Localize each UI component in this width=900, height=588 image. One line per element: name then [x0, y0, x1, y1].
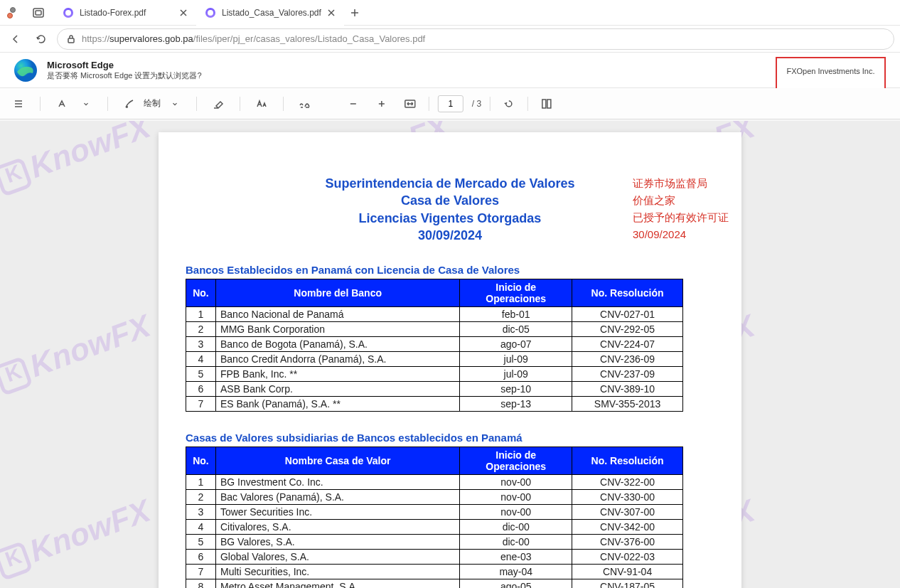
rotate-icon[interactable] [499, 94, 519, 114]
erase-icon[interactable] [208, 94, 228, 114]
cell-date: nov-00 [460, 505, 572, 520]
cell-name: FPB Bank, Inc. ** [215, 367, 459, 382]
page-view-icon[interactable] [537, 94, 557, 114]
table-casas-valores: No. Nombre Casa de Valor Inicio de Opera… [186, 447, 683, 588]
cell-date: dic-05 [460, 322, 572, 337]
contents-icon[interactable] [9, 94, 28, 114]
close-tab-icon[interactable] [179, 9, 188, 17]
cell-no: 7 [186, 397, 216, 412]
read-aloud-icon[interactable] [295, 94, 315, 114]
close-tab-icon[interactable] [327, 9, 336, 17]
tab-strip: Listado-Forex.pdf Listado_Casa_Valores.p… [54, 0, 365, 26]
cell-no: 1 [186, 307, 216, 322]
cell-name: Global Valores, S.A. [215, 550, 459, 565]
chevron-down-icon[interactable] [165, 94, 185, 114]
cell-date: ago-07 [460, 337, 572, 352]
cell-date: sep-10 [460, 382, 572, 397]
cell-no: 2 [186, 322, 216, 337]
col-res: No. Resolución [572, 447, 683, 475]
watermark: KnowFX [0, 308, 155, 397]
lock-icon [66, 34, 76, 44]
cell-date: jul-09 [460, 352, 572, 367]
svg-rect-6 [547, 100, 551, 108]
tab-listado-forex[interactable]: Listado-Forex.pdf [54, 0, 196, 26]
favicon-icon [63, 7, 74, 18]
col-date: Inicio de Operaciones [460, 279, 572, 307]
cell-no: 4 [186, 352, 216, 367]
title-bar: Listado-Forex.pdf Listado_Casa_Valores.p… [0, 0, 900, 26]
url-text: https://supervalores.gob.pa/files/iper/p… [82, 33, 425, 44]
svg-rect-0 [33, 9, 43, 17]
cell-name: Banco Nacional de Panamá [215, 307, 459, 322]
table-row: 5BG Valores, S.A.dic-00CNV-376-00 [186, 535, 683, 550]
cell-date: feb-01 [460, 307, 572, 322]
cell-date: sep-13 [460, 397, 572, 412]
cell-res: CNV-307-00 [572, 505, 683, 520]
cell-no: 6 [186, 382, 216, 397]
profile-icon[interactable] [6, 6, 20, 20]
svg-rect-1 [36, 11, 41, 15]
col-no: No. [186, 279, 216, 307]
cell-res: CNV-389-10 [572, 382, 683, 397]
pdf-viewport[interactable]: KnowFX KnowFX KnowFX KnowFX KnowFX KnowF… [0, 121, 900, 588]
tab-actions-icon[interactable] [33, 8, 44, 18]
prompt-title: Microsoft Edge [47, 60, 202, 70]
prompt-question: 是否要将 Microsoft Edge 设置为默认浏览器? [47, 70, 202, 81]
tab-listado-casa-valores[interactable]: Listado_Casa_Valores.pdf [196, 0, 344, 26]
table-row: 3Banco de Bogota (Panamá), S.A.ago-07CNV… [186, 337, 683, 352]
cell-res: CNV-292-05 [572, 322, 683, 337]
section2-title: Casas de Valores subsidiarias de Bancos … [186, 432, 727, 444]
section1-title: Bancos Establecidos en Panamá con Licenc… [186, 264, 727, 276]
table-row: 7ES Bank (Panamá), S.A. **sep-13SMV-355-… [186, 397, 683, 412]
cell-no: 5 [186, 535, 216, 550]
table-row: 1BG Investment Co. Inc.nov-00CNV-322-00 [186, 475, 683, 490]
prompt-text: Microsoft Edge 是否要将 Microsoft Edge 设置为默认… [47, 60, 202, 81]
table-row: 8Metro Asset Management, S.A.ago-05CNV-1… [186, 579, 683, 588]
fit-width-icon[interactable] [400, 94, 420, 114]
table-row: 4Citivalores, S.A.dic-00CNV-342-00 [186, 520, 683, 535]
cell-res: CNV-237-09 [572, 367, 683, 382]
zoom-in-button[interactable] [372, 94, 392, 114]
page-number-input[interactable] [438, 95, 464, 112]
back-button[interactable] [6, 29, 26, 49]
address-bar[interactable]: https://supervalores.gob.pa/files/iper/p… [57, 28, 894, 50]
highlight-icon[interactable] [52, 94, 72, 114]
cell-res: CNV-342-00 [572, 520, 683, 535]
default-browser-prompt: Microsoft Edge 是否要将 Microsoft Edge 设置为默认… [0, 53, 900, 88]
cell-date: nov-00 [460, 490, 572, 505]
cell-res: CNV-224-07 [572, 337, 683, 352]
cell-res: SMV-355-2013 [572, 397, 683, 412]
address-bar-row: https://supervalores.gob.pa/files/iper/p… [0, 26, 900, 53]
cell-name: Multi Securities, Inc. [215, 565, 459, 579]
table-row: 2MMG Bank Corporationdic-05CNV-292-05 [186, 322, 683, 337]
cell-name: BG Investment Co. Inc. [215, 475, 459, 490]
pdf-page: Superintendencia de Mercado de Valores C… [159, 132, 741, 588]
cell-res: CNV-376-00 [572, 535, 683, 550]
col-name: Nombre del Banco [215, 279, 459, 307]
cell-no: 6 [186, 550, 216, 565]
col-no: No. [186, 447, 216, 475]
svg-rect-5 [542, 100, 546, 108]
cell-date: nov-00 [460, 475, 572, 490]
cell-no: 3 [186, 337, 216, 352]
text-size-icon[interactable] [252, 94, 272, 114]
table-row: 1Banco Nacional de Panamáfeb-01CNV-027-0… [186, 307, 683, 322]
chevron-down-icon[interactable] [76, 94, 96, 114]
zoom-out-button[interactable] [343, 94, 363, 114]
table-row: 7Multi Securities, Inc.may-04CNV-91-04 [186, 565, 683, 579]
draw-icon[interactable] [119, 94, 139, 114]
page-total: / 3 [472, 99, 481, 109]
cell-name: Banco Credit Andorra (Panamá), S.A. [215, 352, 459, 367]
cell-no: 8 [186, 579, 216, 588]
table-row: 6ASB Bank Corp.sep-10CNV-389-10 [186, 382, 683, 397]
watermark: KnowFX [0, 121, 155, 198]
tab-title: Listado_Casa_Valores.pdf [222, 8, 321, 18]
table-row: 2Bac Valores (Panamá), S.A.nov-00CNV-330… [186, 490, 683, 505]
svg-rect-2 [68, 38, 74, 43]
new-tab-button[interactable] [344, 0, 365, 26]
cell-date: dic-00 [460, 520, 572, 535]
cell-no: 7 [186, 565, 216, 579]
cell-name: Citivalores, S.A. [215, 520, 459, 535]
refresh-button[interactable] [31, 29, 51, 49]
watermark: KnowFX [0, 493, 155, 582]
